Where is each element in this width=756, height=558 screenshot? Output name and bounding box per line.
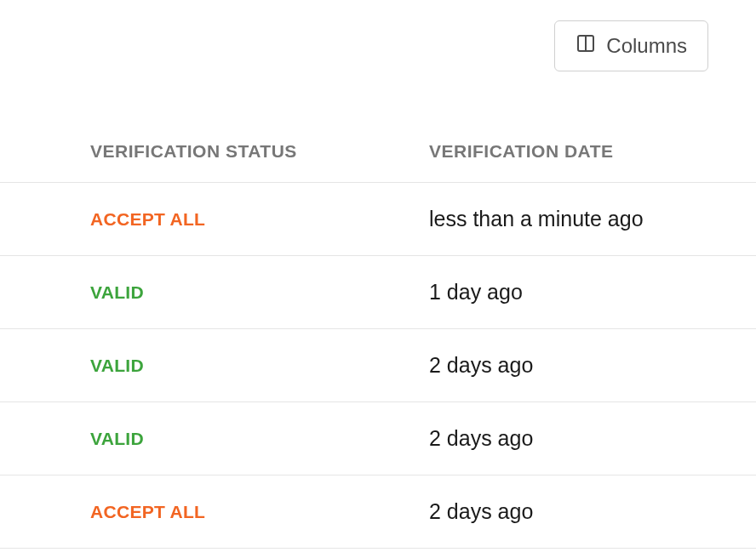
table-row[interactable]: VALID 1 day ago — [0, 256, 756, 329]
table-row[interactable]: VALID 2 days ago — [0, 402, 756, 475]
verification-table: VERIFICATION STATUS VERIFICATION DATE AC… — [0, 124, 756, 549]
status-badge: ACCEPT ALL — [90, 502, 205, 521]
table-header-row: VERIFICATION STATUS VERIFICATION DATE — [0, 124, 756, 183]
status-badge: VALID — [90, 282, 144, 302]
columns-button[interactable]: Columns — [554, 20, 708, 71]
status-badge: ACCEPT ALL — [90, 209, 205, 229]
columns-button-label: Columns — [606, 34, 687, 58]
verification-date: 2 days ago — [429, 426, 533, 450]
columns-icon — [576, 33, 596, 59]
verification-date: 2 days ago — [429, 499, 533, 523]
status-badge: VALID — [90, 356, 144, 375]
header-verification-status[interactable]: VERIFICATION STATUS — [90, 141, 297, 161]
status-badge: VALID — [90, 429, 144, 448]
table-row[interactable]: ACCEPT ALL less than a minute ago — [0, 183, 756, 256]
verification-date: 2 days ago — [429, 353, 533, 377]
verification-date: 1 day ago — [429, 280, 523, 304]
table-row[interactable]: VALID 2 days ago — [0, 329, 756, 402]
toolbar: Columns — [0, 0, 756, 71]
verification-date: less than a minute ago — [429, 207, 644, 231]
header-verification-date[interactable]: VERIFICATION DATE — [429, 141, 614, 161]
table-row[interactable]: ACCEPT ALL 2 days ago — [0, 475, 756, 549]
